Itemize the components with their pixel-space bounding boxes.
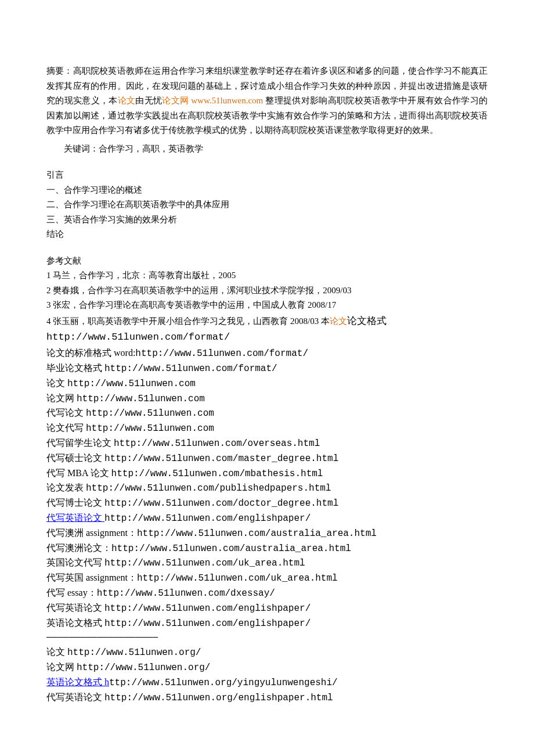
link-url-10[interactable]: http://www.51lunwen.com/publishedpapers.… [86,483,331,494]
abstract-paragraph: 摘要：高职院校英语教师在运用合作学习来组织课堂教学时还存在着许多误区和诸多的问题… [46,64,488,138]
link-label-5: 代写论文 [46,408,86,417]
link-url-15[interactable]: http://www.51lunwen.com/uk_area.html [104,558,305,568]
link-line-20: 论文 http://www.51lunwen.org/ [46,645,488,660]
link-label-20: 论文 [46,647,67,657]
link-url-6[interactable]: http://www.51lunwen.com [86,423,214,434]
link-url-12[interactable]: http://www.51lunwen.com/englishpaper/ [104,513,311,524]
keywords-line: 关键词：合作学习，高职，英语教学 [46,142,488,157]
link-url-8[interactable]: http://www.51lunwen.com/master_degree.ht… [104,453,338,464]
link-line-1: 论文的标准格式 word:http://www.51lunwen.com/for… [46,346,488,361]
link-line-23: 代写英语论文 http://www.51lunwen.org/englishpa… [46,690,488,705]
link-url-23[interactable]: http://www.51lunwen.org/englishpaper.htm… [104,693,333,703]
abstract-link-2[interactable]: 论文网 www.51lunwen.com [162,96,265,105]
link-line-19: 英语论文格式 http://www.51lunwen.com/englishpa… [46,616,488,631]
link-line-13: 代写澳洲 assignment：http://www.51lunwen.com/… [46,526,488,541]
link-url-13[interactable]: http://www.51lunwen.com/australia_area.h… [137,528,377,539]
link-url-22[interactable]: ttp://www.51lunwen.org/yingyulunwengeshi… [109,678,338,688]
link-line-22: 英语论文格式 http://www.51lunwen.org/yingyulun… [46,675,488,690]
outline-item-intro: 引言 [46,168,488,183]
links-section: 论文的标准格式 word:http://www.51lunwen.com/for… [46,346,488,705]
link-url-3[interactable]: http://www.51lunwen.com [67,379,196,389]
outline-item-conclusion: 结论 [46,227,488,242]
references-section: 参考文献 1 马兰，合作学习，北京：高等教育出版社，2005 2 樊春娥，合作学… [46,254,488,347]
link-url-2[interactable]: http://www.51lunwen.com/format/ [104,363,277,374]
link-label-9: 代写 MBA 论文 [46,468,111,478]
link-line-16: 代写英国 assignment：http://www.51lunwen.com/… [46,571,488,586]
link-line-6: 论文代写 http://www.51lunwen.com [46,421,488,436]
link-line-15: 英国论文代写 http://www.51lunwen.com/uk_area.h… [46,556,488,571]
link-line-4: 论文网 http://www.51lunwen.com [46,391,488,406]
link-label-10: 论文发表 [46,483,86,492]
link-label-19: 英语论文格式 [46,618,104,628]
abstract-text-2: 由无忧 [135,96,162,105]
link-url-9[interactable]: http://www.51lunwen.com/mbathesis.html [111,469,323,479]
link-line-9: 代写 MBA 论文 http://www.51lunwen.com/mbathe… [46,466,488,481]
link-label-21: 论文网 [46,662,77,672]
link-label-17: 代写 essay： [46,588,97,597]
link-label-6: 论文代写 [46,423,86,433]
link-label-14: 代写澳洲论文： [46,543,111,553]
link-url-20[interactable]: http://www.51lunwen.org/ [67,647,201,658]
link-url-19[interactable]: http://www.51lunwen.com/englishpaper/ [104,618,311,629]
link-line-5: 代写论文 http://www.51lunwen.com [46,406,488,421]
link-label-2: 毕业论文格式 [46,363,104,373]
link-url-18[interactable]: http://www.51lunwen.com/englishpaper/ [104,603,311,614]
link-url-17[interactable]: http://www.51lunwen.com/dxessay/ [97,588,275,599]
link-url-7[interactable]: http://www.51lunwen.com/overseas.html [114,438,320,449]
link-label-15: 英国论文代写 [46,557,104,567]
link-label-3: 论文 [46,378,67,388]
link-line-12: 代写英语论文 http://www.51lunwen.com/englishpa… [46,511,488,526]
reference-4-suffix: 论文格式 [347,315,387,326]
link-line-8: 代写硕士论文 http://www.51lunwen.com/master_de… [46,451,488,466]
link-line-11: 代写博士论文 http://www.51lunwen.com/doctor_de… [46,496,488,511]
outline-item-1: 一、合作学习理论的概述 [46,183,488,198]
references-header: 参考文献 [46,254,488,269]
document-page: 摘要：高职院校英语教师在运用合作学习来组织课堂教学时还存在着许多误区和诸多的问题… [0,0,534,728]
reference-4-url[interactable]: http://www.51lunwen.com/format/ [46,332,230,343]
link-label-4: 论文网 [46,393,77,403]
link-label-8: 代写硕士论文 [46,453,104,463]
reference-4-link[interactable]: 论文 [330,316,347,326]
link-url-11[interactable]: http://www.51lunwen.com/doctor_degree.ht… [104,498,338,509]
reference-1: 1 马兰，合作学习，北京：高等教育出版社，2005 [46,268,488,283]
link-url-16[interactable]: http://www.51lunwen.com/uk_area.html [137,573,338,584]
link-label-18: 代写英语论文 [46,603,104,613]
link-label-16: 代写英国 assignment： [46,573,137,582]
link-line-3: 论文 http://www.51lunwen.com [46,376,488,391]
link-line-10: 论文发表 http://www.51lunwen.com/publishedpa… [46,481,488,496]
abstract-link-1[interactable]: 论文 [118,96,136,105]
link-label-7: 代写留学生论文 [46,438,114,448]
separator-line: ———————————————————— [46,631,488,645]
link-line-21: 论文网 http://www.51lunwen.org/ [46,660,488,675]
link-line-14: 代写澳洲论文：http://www.51lunwen.com/australia… [46,541,488,556]
link-label-22[interactable]: 英语论文格式 h [46,677,109,687]
link-url-4[interactable]: http://www.51lunwen.com [77,394,205,404]
reference-2: 2 樊春娥，合作学习在高职英语教学中的运用，漯河职业技术学院学报，2009/03 [46,283,488,298]
link-url-5[interactable]: http://www.51lunwen.com [86,408,214,419]
reference-4-text: 4 张玉丽，职高英语教学中开展小组合作学习之我见，山西教育 2008/03 本 [46,316,330,326]
outline-item-2: 二、合作学习理论在高职英语教学中的具体应用 [46,197,488,213]
reference-4: 4 张玉丽，职高英语教学中开展小组合作学习之我见，山西教育 2008/03 本论… [46,313,488,347]
reference-3: 3 张宏，合作学习理论在高职高专英语教学中的运用，中国成人教育 2008/17 [46,298,488,313]
link-line-18: 代写英语论文 http://www.51lunwen.com/englishpa… [46,601,488,616]
link-label-1: 论文的标准格式 word: [46,348,135,358]
link-label-23: 代写英语论文 [46,692,104,702]
link-url-14[interactable]: http://www.51lunwen.com/australia_area.h… [111,543,351,554]
outline-section: 引言 一、合作学习理论的概述 二、合作学习理论在高职英语教学中的具体应用 三、英… [46,168,488,242]
link-line-2: 毕业论文格式 http://www.51lunwen.com/format/ [46,361,488,376]
link-label-13: 代写澳洲 assignment： [46,528,137,538]
link-url-1[interactable]: http://www.51lunwen.com/format/ [135,348,308,359]
link-line-7: 代写留学生论文 http://www.51lunwen.com/overseas… [46,436,488,451]
link-label-12[interactable]: 代写英语论文 [46,513,104,523]
outline-item-3: 三、英语合作学习实施的效果分析 [46,213,488,228]
link-line-17: 代写 essay：http://www.51lunwen.com/dxessay… [46,586,488,601]
link-label-11: 代写博士论文 [46,498,104,507]
link-url-21[interactable]: http://www.51lunwen.org/ [77,663,210,673]
